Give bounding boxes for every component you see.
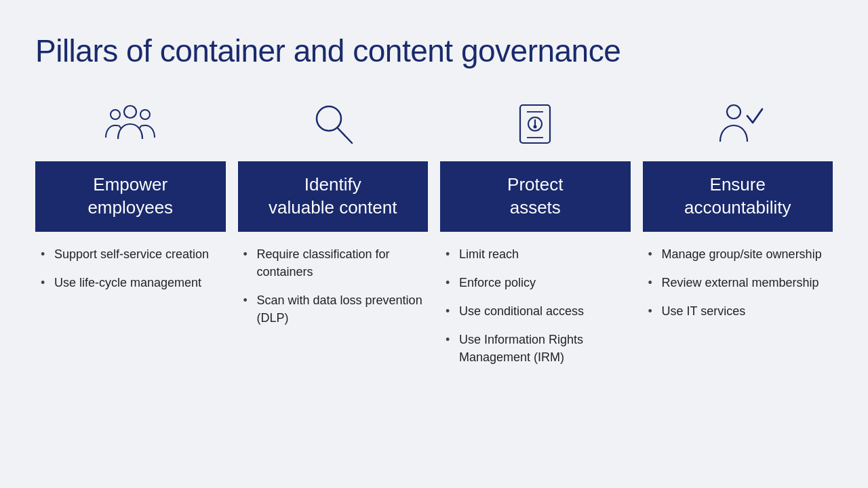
svg-point-0 xyxy=(124,106,136,118)
svg-point-1 xyxy=(111,110,120,119)
ensure-list: Manage group/site ownership Review exter… xyxy=(643,232,833,331)
svg-point-8 xyxy=(534,126,536,128)
pillar-identify: Identifyvaluable content Require classif… xyxy=(238,94,429,338)
list-item: Review external membership xyxy=(648,274,828,291)
slide-title: Pillars of container and content governa… xyxy=(35,33,833,69)
svg-line-4 xyxy=(338,128,352,143)
list-item: Manage group/site ownership xyxy=(648,245,828,263)
list-item: Use life-cycle management xyxy=(41,274,220,291)
svg-point-2 xyxy=(140,110,150,119)
list-item: Require classification for containers xyxy=(243,245,423,281)
identify-header: Identifyvaluable content xyxy=(238,161,429,232)
list-item: Scan with data loss prevention (DLP) xyxy=(243,291,423,327)
pillar-protect: Protectassets Limit reach Enforce policy… xyxy=(440,94,631,377)
list-item: Enforce policy xyxy=(446,274,625,291)
list-item: Use conditional access xyxy=(446,302,625,320)
pillars-container: Empoweremployees Support self-service cr… xyxy=(35,94,833,377)
protect-list: Limit reach Enforce policy Use condition… xyxy=(440,232,631,377)
list-item: Use Information Rights Management (IRM) xyxy=(446,331,625,366)
people-icon xyxy=(103,94,157,155)
identify-list: Require classification for containers Sc… xyxy=(238,232,429,338)
svg-point-11 xyxy=(727,105,741,119)
pillar-ensure: Ensureaccountability Manage group/site o… xyxy=(643,94,833,331)
list-item: Support self-service creation xyxy=(41,245,220,263)
search-icon xyxy=(306,94,360,155)
accountability-icon xyxy=(711,94,765,155)
protect-header: Protectassets xyxy=(440,161,631,232)
shield-icon xyxy=(508,94,562,155)
pillar-empower: Empoweremployees Support self-service cr… xyxy=(35,94,226,302)
svg-point-3 xyxy=(317,106,341,131)
empower-list: Support self-service creation Use life-c… xyxy=(35,232,226,302)
list-item: Limit reach xyxy=(446,245,625,263)
ensure-header: Ensureaccountability xyxy=(643,161,833,232)
list-item: Use IT services xyxy=(648,302,828,320)
empower-header: Empoweremployees xyxy=(35,161,226,232)
slide: Pillars of container and content governa… xyxy=(0,0,868,488)
